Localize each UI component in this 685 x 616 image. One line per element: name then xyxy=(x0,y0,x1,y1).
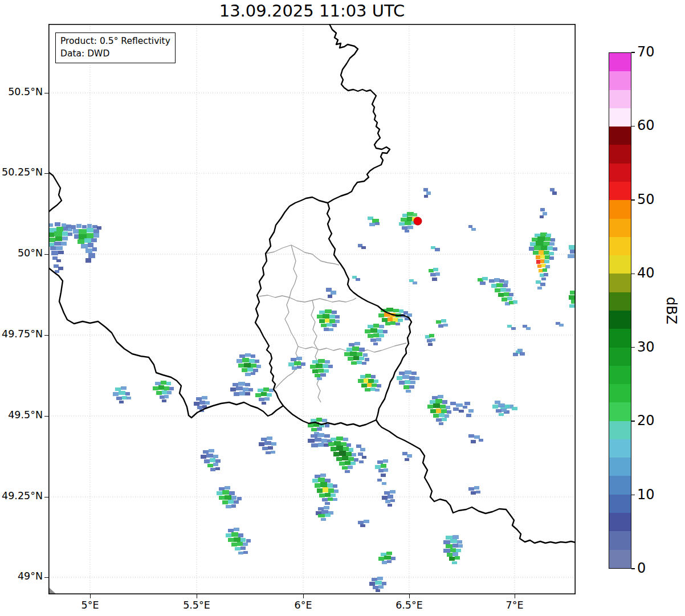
radar-echo-cell xyxy=(384,491,390,495)
radar-echo-cell xyxy=(471,491,476,495)
radar-echo-cell xyxy=(324,434,330,438)
radar-echo-cell xyxy=(310,365,316,369)
radar-echo-cell xyxy=(194,402,199,406)
radar-echo-cell xyxy=(358,379,364,383)
radar-echo-cell xyxy=(382,318,388,322)
radar-echo-cell xyxy=(450,402,456,405)
radar-echo-cell xyxy=(429,269,434,272)
radar-echo-cell xyxy=(361,246,366,249)
radar-echo-cell xyxy=(384,468,388,472)
radar-echo-cell xyxy=(319,319,325,323)
radar-echo-cell xyxy=(447,553,452,557)
radar-echo-cell xyxy=(311,434,317,438)
radar-echo-cell xyxy=(499,279,504,283)
radar-echo-cell xyxy=(88,243,93,247)
radar-echo-cell xyxy=(56,227,63,231)
radar-echo-cell xyxy=(204,459,210,463)
colorbar-tick-label: 50 xyxy=(637,191,655,207)
radar-echo-cell xyxy=(536,260,540,264)
radar-echo-cell xyxy=(320,373,326,377)
radar-echo-cell xyxy=(311,428,317,431)
radar-echo-cell xyxy=(258,389,263,392)
radar-echo-cell xyxy=(161,381,166,385)
radar-echo-cell xyxy=(242,368,247,372)
radar-echo-cell xyxy=(438,324,443,328)
radar-echo-cell xyxy=(325,319,329,323)
radar-echo-cell xyxy=(318,359,325,363)
radar-echo-cell xyxy=(375,465,381,469)
radar-echo-cell xyxy=(231,542,237,546)
radar-echo-cell xyxy=(375,581,382,585)
colorbar-tick xyxy=(631,421,635,422)
colorbar-segment xyxy=(609,439,631,458)
radar-echo-cell xyxy=(317,315,323,319)
radar-echo-cell xyxy=(125,392,130,395)
colorbar-tick xyxy=(631,199,635,201)
radar-echo-cell xyxy=(346,452,352,456)
radar-echo-cell xyxy=(393,318,398,322)
radar-echo-cell xyxy=(405,458,409,461)
radar-echo-cell xyxy=(464,402,470,405)
radar-echo-cell xyxy=(368,334,373,338)
radar-echo-cell xyxy=(381,474,386,477)
radar-echo-cell xyxy=(537,236,545,241)
radar-echo-cell xyxy=(316,418,322,422)
radar-echo-cell xyxy=(334,441,341,446)
radar-echo-cell xyxy=(405,221,411,225)
radar-echo-cell xyxy=(234,500,239,504)
radar-echo-cell xyxy=(327,323,332,327)
radar-echo-cell xyxy=(317,427,322,431)
radar-echo-cell xyxy=(533,251,539,255)
radar-echo-cell xyxy=(68,232,72,236)
radar-echo-cell xyxy=(264,441,271,445)
radar-echo-cell xyxy=(386,552,392,555)
radar-echo-cell xyxy=(543,212,547,215)
radar-echo-cell xyxy=(320,474,326,477)
radar-echo-cell xyxy=(160,395,165,399)
radar-echo-cell xyxy=(384,556,391,560)
radar-echo-cell xyxy=(365,329,370,333)
radar-echo-cell xyxy=(325,513,331,517)
radar-echo-cell xyxy=(336,446,343,451)
radar-echo-cell xyxy=(345,470,350,473)
colorbar-segment xyxy=(609,145,631,163)
radar-echo-cell xyxy=(238,364,244,368)
colorbar-segment xyxy=(609,311,631,329)
radar-echo-cell xyxy=(82,225,87,229)
district-border xyxy=(259,295,356,302)
radar-echo-cell xyxy=(206,454,213,458)
radar-echo-cell xyxy=(243,551,248,554)
radar-echo-cell xyxy=(291,358,296,361)
radar-echo-cell xyxy=(62,223,66,227)
radar-echo-cell xyxy=(539,269,543,272)
radar-echoes xyxy=(48,188,576,592)
radar-echo-cell xyxy=(459,410,464,413)
radar-echo-cell xyxy=(73,229,79,234)
colorbar-segment xyxy=(609,90,631,108)
radar-echo-cell xyxy=(443,549,450,553)
radar-echo-cell xyxy=(443,324,448,327)
radar-echo-cell xyxy=(442,400,447,404)
radar-echo-cell xyxy=(301,362,305,366)
radar-echo-cell xyxy=(373,324,379,328)
radar-echo-cell xyxy=(255,360,259,363)
radar-echo-cell xyxy=(259,442,264,446)
radar-echo-cell xyxy=(122,396,127,399)
radar-echo-cell xyxy=(411,372,417,375)
radar-echo-cell xyxy=(261,438,267,441)
radar-echo-cell xyxy=(210,458,215,462)
radar-echo-cell xyxy=(436,320,441,324)
radar-echo-cell xyxy=(393,309,399,312)
radar-echo-cell xyxy=(407,217,413,221)
radar-echo-cell xyxy=(435,399,442,403)
info-product-line: Product: 0.5° Reflectivity xyxy=(60,35,170,47)
radar-echo-cell xyxy=(88,253,95,258)
radar-echo-cell xyxy=(226,533,231,537)
radar-echo-cell xyxy=(379,325,384,328)
radar-echo-cell xyxy=(517,349,523,352)
radar-echo-cell xyxy=(322,498,328,501)
radar-echo-cell xyxy=(353,356,359,360)
radar-echo-cell xyxy=(244,363,251,368)
radar-echo-cell xyxy=(442,418,447,421)
radar-echo-cell xyxy=(526,327,531,330)
